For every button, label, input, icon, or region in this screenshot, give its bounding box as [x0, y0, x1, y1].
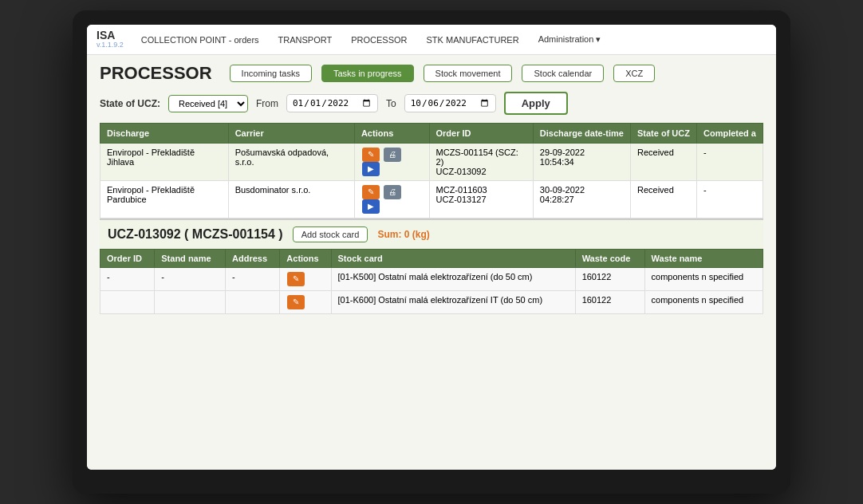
edit-button[interactable]: ✎ — [362, 185, 380, 199]
from-label: From — [256, 98, 278, 109]
print-button[interactable]: 🖨 — [384, 148, 401, 162]
cell-actions: ✎ 🖨 ▶ — [354, 144, 429, 181]
cell-carrier: Busdominator s.r.o. — [228, 181, 354, 219]
detail-table-header: Order ID Stand name Address Actions Stoc… — [100, 250, 763, 268]
sum-label: Sum: 0 (kg) — [377, 229, 429, 240]
main-content: PROCESSOR Incoming tasks Tasks in progre… — [87, 55, 776, 470]
table-row: Enviropol - PřekladištěPardubice Busdomi… — [100, 181, 763, 219]
main-table: Discharge Carrier Actions Order ID Disch… — [100, 123, 763, 219]
page-title: PROCESSOR — [100, 63, 212, 84]
detail-edit-button[interactable]: ✎ — [287, 272, 305, 286]
detail-table: Order ID Stand name Address Actions Stoc… — [100, 249, 763, 314]
col-state-ucz: State of UCZ — [630, 124, 696, 144]
col-waste-code: Waste code — [575, 250, 644, 268]
cell-completed: - — [696, 181, 763, 219]
col-completed: Completed a — [696, 124, 763, 144]
cell-waste-name: components n specified — [644, 291, 763, 314]
col-stand-name: Stand name — [155, 250, 226, 268]
cell-stock-card: [01-K600] Ostatní malá elektrozařízení I… — [331, 291, 575, 314]
cell-stock-card: [01-K500] Ostatní malá elektrozařízení (… — [331, 268, 575, 291]
cell-order-id: MCZ-011603UCZ-013127 — [429, 181, 533, 219]
cell-datetime: 29-09-202210:54:34 — [533, 144, 630, 181]
laptop-frame: ISA v.1.1.9.2 COLLECTION POINT - orders … — [73, 10, 790, 494]
expanded-title: UCZ-013092 ( MCZS-001154 ) — [108, 227, 283, 242]
cell-state: Received — [630, 181, 696, 219]
nav-collection-point[interactable]: COLLECTION POINT - orders — [140, 32, 261, 48]
nav-stk[interactable]: STK MANUFACTURER — [425, 32, 521, 48]
list-item: - - - ✎ [01-K500] Ostatní malá elektroza… — [100, 268, 763, 291]
col-discharge-datetime: Discharge date-time — [533, 124, 630, 144]
detail-edit-button[interactable]: ✎ — [287, 295, 305, 309]
nav-administration[interactable]: Administration — [537, 31, 603, 48]
nav-transport[interactable]: TRANSPORT — [277, 32, 334, 48]
cell-waste-code: 160122 — [575, 291, 644, 314]
cell-discharge: Enviropol - Překladiště Jihlava — [100, 144, 229, 181]
cell-detail-actions: ✎ — [280, 268, 331, 291]
main-table-header: Discharge Carrier Actions Order ID Disch… — [100, 124, 763, 144]
filter-row: State of UCZ: Received [4] From To Apply — [100, 92, 763, 115]
expanded-section-header: UCZ-013092 ( MCZS-001154 ) Add stock car… — [100, 219, 763, 249]
tab-incoming-tasks[interactable]: Incoming tasks — [230, 65, 312, 82]
state-select[interactable]: Received [4] — [168, 95, 248, 112]
detail-table-container: Order ID Stand name Address Actions Stoc… — [100, 249, 763, 314]
page-header: PROCESSOR Incoming tasks Tasks in progre… — [100, 63, 763, 84]
nav-processor[interactable]: PROCESSOR — [349, 32, 408, 48]
cell-address: - — [226, 268, 280, 291]
state-label: State of UCZ: — [100, 98, 160, 109]
to-date[interactable] — [404, 94, 496, 112]
main-table-container: Discharge Carrier Actions Order ID Disch… — [100, 123, 763, 219]
cell-stand-name: - — [155, 268, 226, 291]
col-waste-name: Waste name — [644, 250, 763, 268]
apply-button[interactable]: Apply — [504, 92, 568, 115]
play-button[interactable]: ▶ — [362, 199, 380, 214]
col-detail-order-id: Order ID — [100, 250, 155, 268]
cell-waste-name: components n specified — [644, 268, 763, 291]
col-carrier: Carrier — [228, 124, 354, 144]
cell-order-id: MCZS-001154 (SCZ: 2)UCZ-013092 — [429, 144, 533, 181]
tab-stock-calendar[interactable]: Stock calendar — [522, 65, 604, 82]
nav-bar: ISA v.1.1.9.2 COLLECTION POINT - orders … — [87, 25, 776, 55]
edit-button[interactable]: ✎ — [362, 148, 380, 162]
nav-brand: ISA v.1.1.9.2 — [97, 30, 124, 49]
tab-tasks-in-progress[interactable]: Tasks in progress — [321, 65, 414, 82]
version-label: v.1.1.9.2 — [97, 41, 124, 49]
col-address: Address — [226, 250, 280, 268]
cell-detail-order-id — [100, 291, 155, 314]
cell-waste-code: 160122 — [575, 268, 644, 291]
print-button[interactable]: 🖨 — [384, 185, 401, 199]
from-date[interactable] — [286, 94, 378, 112]
col-discharge: Discharge — [100, 124, 229, 144]
tab-stock-movement[interactable]: Stock movement — [424, 65, 513, 82]
cell-carrier: Pošumavská odpadová, s.r.o. — [228, 144, 354, 181]
list-item: ✎ [01-K600] Ostatní malá elektrozařízení… — [100, 291, 763, 314]
cell-actions: ✎ 🖨 ▶ — [354, 181, 429, 219]
cell-stand-name — [155, 291, 226, 314]
col-detail-actions: Actions — [280, 250, 331, 268]
brand-name: ISA — [97, 30, 124, 41]
col-stock-card: Stock card — [331, 250, 575, 268]
cell-detail-actions: ✎ — [280, 291, 331, 314]
cell-datetime: 30-09-202204:28:27 — [533, 181, 630, 219]
add-stock-card-button[interactable]: Add stock card — [293, 226, 368, 242]
screen: ISA v.1.1.9.2 COLLECTION POINT - orders … — [87, 25, 776, 470]
cell-completed: - — [696, 144, 763, 181]
cell-state: Received — [630, 144, 696, 181]
col-actions: Actions — [354, 124, 429, 144]
tab-xcz[interactable]: XCZ — [613, 65, 655, 82]
cell-detail-order-id: - — [100, 268, 155, 291]
col-order-id: Order ID — [429, 124, 533, 144]
cell-discharge: Enviropol - PřekladištěPardubice — [100, 181, 229, 219]
table-row: Enviropol - Překladiště Jihlava Pošumavs… — [100, 144, 763, 181]
to-label: To — [386, 98, 396, 109]
cell-address — [226, 291, 280, 314]
play-button[interactable]: ▶ — [362, 162, 380, 176]
